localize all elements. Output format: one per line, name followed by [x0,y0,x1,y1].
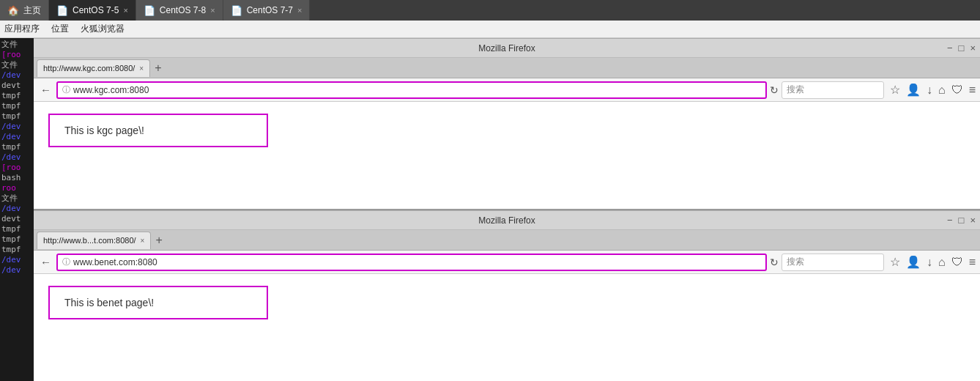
browser2-addrbar: ← ⓘ www.benet.com:8080 ↻ 搜索 ☆ 👤 ↓ ⌂ 🛡 ≡ [34,251,980,274]
browser2-close[interactable]: × [970,215,976,226]
browser2-win-controls: − □ × [947,215,976,226]
t-line-8: tmpf [1,111,32,122]
t-line-20: tmpf [1,234,32,245]
t-line-4: /dev [1,70,32,81]
browser-window-1: Mozilla Firefox − □ × http://www.kgc.com… [34,38,980,209]
browser1-title: Mozilla Firefox [478,43,535,53]
os-tab-centos77-close[interactable]: × [297,6,302,15]
browser1-close[interactable]: × [970,42,976,53]
t-line-13: [roo [1,163,32,173]
t-line-10: /dev [1,132,32,142]
browser2-content: This is benet page\! [34,274,980,381]
tab-doc-icon-3: 📄 [231,5,242,16]
browser1-win-controls: − □ × [947,42,976,53]
browser1-menu-icon[interactable]: ≡ [969,84,976,97]
browser1-home-icon[interactable]: ⌂ [938,84,946,97]
terminal-text: 文件 [roo 文件 /dev devt tmpf tmpf tmpf /dev… [0,38,34,277]
os-tabbar: 🏠 主页 📄 CentOS 7-5 × 📄 CentOS 7-8 × 📄 Cen… [0,0,980,21]
t-line-18: devt [1,214,32,224]
browser1-tab[interactable]: http://www.kgc.com:8080/ × [37,59,150,77]
browser2-maximize[interactable]: □ [959,215,965,226]
browser2-new-tab[interactable]: + [152,234,165,246]
menu-firefox[interactable]: 火狐浏览器 [81,23,125,35]
browser-window-2: Mozilla Firefox − □ × http://www.b...t.c… [34,210,980,381]
browser1-download-icon[interactable]: ↓ [927,84,932,97]
browser1-bookmark-icon[interactable]: ☆ [890,83,900,97]
t-line-21: tmpf [1,245,32,255]
browser2-bookmark-icon[interactable]: ☆ [890,255,900,269]
browser1-user-icon[interactable]: 👤 [906,83,921,97]
tab-doc-icon-1: 📄 [56,5,68,16]
menu-location[interactable]: 位置 [51,23,69,35]
browser1-minimize[interactable]: − [947,42,953,53]
t-line-11: tmpf [1,142,32,152]
browser1-back[interactable]: ← [38,84,53,96]
os-tab-centos77[interactable]: 📄 CentOS 7-7 × [223,0,311,21]
t-line-9: /dev [1,122,32,132]
browser2-menu-icon[interactable]: ≡ [969,256,976,269]
browser1-content-box: This is kgc page\! [48,114,268,147]
browser1-tabbar: http://www.kgc.com:8080/ × + [34,58,980,78]
os-tab-home-label: 主页 [23,4,41,17]
browser1-search-label: 搜索 [787,84,804,96]
browser1-reload[interactable]: ↻ [770,84,779,96]
os-tab-centos75-close[interactable]: × [123,6,127,15]
browser2-minimize[interactable]: − [947,215,953,226]
browser2-url-box[interactable]: ⓘ www.benet.com:8080 [56,254,767,271]
browsers-col: Mozilla Firefox − □ × http://www.kgc.com… [34,38,980,381]
browser1-tab-close[interactable]: × [139,64,144,73]
browser1-url-box[interactable]: ⓘ www.kgc.com:8080 [56,81,767,99]
terminal-panel: 文件 [roo 文件 /dev devt tmpf tmpf tmpf /dev… [0,38,34,381]
os-tab-centos78-close[interactable]: × [210,6,215,15]
os-tab-centos77-label: CentOS 7-7 [247,5,293,15]
t-line-22: /dev [1,255,32,265]
os-tab-centos75[interactable]: 📄 CentOS 7-5 × [49,0,136,21]
browser1-new-tab[interactable]: + [152,62,164,74]
browser2-title: Mozilla Firefox [478,215,535,226]
t-line-5: devt [1,81,32,91]
t-line-3: 文件 [1,60,32,70]
browser2-reload[interactable]: ↻ [770,256,779,268]
main-area: 文件 [roo 文件 /dev devt tmpf tmpf tmpf /dev… [0,38,980,381]
t-line-17: /dev [1,204,32,214]
browser1-shield-icon[interactable]: 🛡 [951,84,963,97]
os-tab-centos78[interactable]: 📄 CentOS 7-8 × [136,0,223,21]
browser2-back[interactable]: ← [38,256,53,268]
t-line-2: [roo [1,50,32,60]
browser1-addrbar: ← ⓘ www.kgc.com:8080 ↻ 搜索 ☆ 👤 ↓ ⌂ 🛡 ≡ [34,78,980,102]
t-line-12: /dev [1,152,32,163]
os-tab-centos75-label: CentOS 7-5 [73,5,119,15]
tab-doc-icon-2: 📄 [144,5,155,16]
t-line-16: 文件 [1,193,32,204]
browser1-maximize[interactable]: □ [959,42,965,53]
browser2-search-box[interactable]: 搜索 [782,254,884,271]
browser2-search-label: 搜索 [787,256,804,268]
browser1-toolbar-icons: ☆ 👤 ↓ ⌂ 🛡 ≡ [890,83,976,97]
menu-apps[interactable]: 应用程序 [4,23,40,35]
t-line-23: /dev [1,265,32,275]
browser2-tab-close[interactable]: × [141,237,145,245]
browser2-user-icon[interactable]: 👤 [906,255,921,269]
home-icon: 🏠 [7,5,19,16]
os-tab-centos78-label: CentOS 7-8 [160,5,206,15]
t-line-6: tmpf [1,91,32,101]
browser1-search-box[interactable]: 搜索 [782,81,884,99]
browser1-titlebar: Mozilla Firefox − □ × [34,39,980,58]
browser2-page-text: This is benet page\! [64,297,154,308]
t-line-7: tmpf [1,101,32,111]
browser2-info-icon: ⓘ [62,256,70,267]
browser2-download-icon[interactable]: ↓ [927,256,932,269]
t-line-19: tmpf [1,224,32,234]
browser1-page-text: This is kgc page\! [64,125,144,136]
browser2-tab[interactable]: http://www.b...t.com:8080/ × [37,232,151,249]
browser1-url-text: www.kgc.com:8080 [73,85,761,95]
browser1-content: This is kgc page\! [34,102,980,209]
browser2-shield-icon[interactable]: 🛡 [951,256,963,269]
browser2-tab-label: http://www.b...t.com:8080/ [43,236,136,245]
browser2-home-icon[interactable]: ⌂ [938,256,946,269]
browser2-titlebar: Mozilla Firefox − □ × [34,211,980,230]
os-tab-home[interactable]: 🏠 主页 [0,0,49,21]
t-line-15: roo [1,183,32,193]
menu-bar: 应用程序 位置 火狐浏览器 [0,21,980,38]
browser2-url-text: www.benet.com:8080 [73,257,761,267]
